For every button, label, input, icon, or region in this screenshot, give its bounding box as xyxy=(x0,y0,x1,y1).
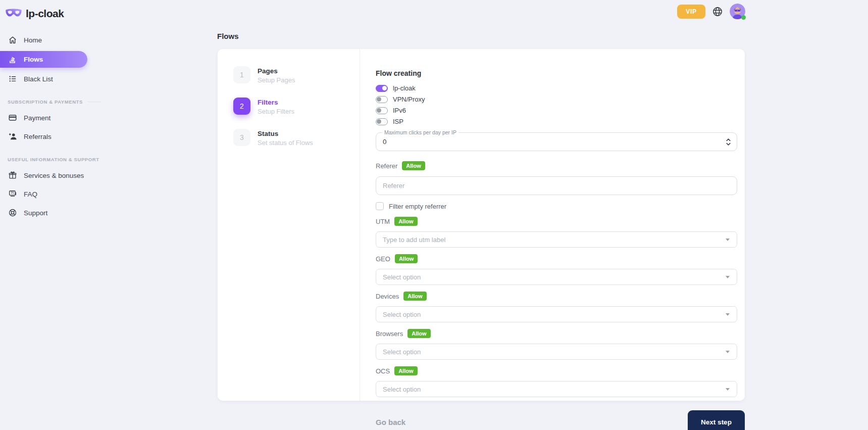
step-subtitle: Setup Filters xyxy=(258,108,294,115)
filter-empty-referrer-checkbox[interactable] xyxy=(376,202,384,210)
browsers-label-row: Browsers Allow xyxy=(376,329,745,338)
utm-input[interactable] xyxy=(376,232,720,247)
flow-card: 1 Pages Setup Pages 2 Filters Setup Filt… xyxy=(218,49,745,401)
isp-toggle[interactable] xyxy=(376,118,388,125)
form-actions: Go back Next step xyxy=(376,410,745,430)
mask-icon xyxy=(5,8,22,20)
sidebar-item-payment[interactable]: Payment xyxy=(0,110,106,125)
home-icon xyxy=(8,35,17,45)
utm-label: UTM xyxy=(376,218,390,225)
referer-label: Referer xyxy=(376,162,397,170)
utm-combo[interactable] xyxy=(376,231,737,248)
referer-label-row: Referer Allow xyxy=(376,161,745,170)
toggle-label: VPN/Proxy xyxy=(393,95,425,103)
section-rule xyxy=(87,102,101,102)
sidebar-item-home[interactable]: Home xyxy=(0,32,106,47)
max-clicks-input[interactable] xyxy=(376,133,719,151)
section-title: USEFUL INFORMATION & SUPPORT xyxy=(8,157,99,162)
chevron-down-icon xyxy=(726,388,730,391)
sidebar-item-services[interactable]: Services & bonuses xyxy=(0,168,106,183)
flow-form: Flow creating lp-cloak VPN/Proxy IPv6 IS… xyxy=(360,49,752,401)
flows-icon xyxy=(8,55,17,64)
lp-cloak-toggle[interactable] xyxy=(376,85,388,92)
chevron-down-icon xyxy=(726,276,730,278)
referer-input[interactable] xyxy=(376,176,737,195)
lifebuoy-icon xyxy=(8,208,17,218)
sidebar-item-label: Services & bonuses xyxy=(24,172,84,179)
step-subtitle: Setup Pages xyxy=(258,76,295,84)
browsers-select[interactable]: Select option xyxy=(376,344,737,360)
next-step-button[interactable]: Next step xyxy=(688,410,745,430)
filter-empty-referrer-row: Filter empty referrer xyxy=(376,202,745,210)
step-pages: 1 Pages Setup Pages xyxy=(218,66,360,84)
topbar: VIP xyxy=(677,4,745,19)
toggle-label: ISP xyxy=(393,118,403,125)
stepper: 1 Pages Setup Pages 2 Filters Setup Filt… xyxy=(218,49,360,401)
toggle-knob xyxy=(377,108,381,113)
select-placeholder: Select option xyxy=(383,273,421,281)
avatar[interactable] xyxy=(730,4,745,19)
devices-label-row: Devices Allow xyxy=(376,292,745,301)
browsers-label: Browsers xyxy=(376,330,403,338)
number-stepper-arrows[interactable] xyxy=(726,137,731,149)
step-title: Pages xyxy=(258,67,295,75)
utm-label-row: UTM Allow xyxy=(376,217,745,226)
sidebar-item-flows[interactable]: Flows xyxy=(0,51,87,68)
step-title: Status xyxy=(258,130,313,137)
sidebar-nav: Home Flows Black List SUBSCRIPTION & PAY… xyxy=(0,32,106,220)
sidebar-section-subscription: SUBSCRIPTION & PAYMENTS xyxy=(0,99,106,105)
geo-select[interactable]: Select option xyxy=(376,269,737,285)
credit-card-icon xyxy=(8,113,17,123)
step-status: 3 Status Set status of Flows xyxy=(218,129,360,147)
chevron-down-icon xyxy=(726,238,730,241)
globe-icon[interactable] xyxy=(711,6,724,18)
sidebar-item-referrals[interactable]: Referrals xyxy=(0,129,106,144)
devices-allow-badge[interactable]: Allow xyxy=(403,292,426,301)
step-number[interactable]: 3 xyxy=(233,129,250,146)
sidebar-item-black-list[interactable]: Black List xyxy=(0,71,106,86)
sidebar-item-label: Flows xyxy=(24,56,43,63)
devices-select[interactable]: Select option xyxy=(376,306,737,322)
toggle-knob xyxy=(377,97,381,102)
sidebar: lp-cloak Home Flows Black List SUBSCRIPT… xyxy=(0,0,106,220)
sidebar-item-label: Black List xyxy=(24,75,53,83)
brand-logo[interactable]: lp-cloak xyxy=(0,0,106,21)
sidebar-item-support[interactable]: Support xyxy=(0,205,106,220)
chevron-down-icon xyxy=(726,351,730,353)
sidebar-item-label: Payment xyxy=(24,114,50,122)
browsers-allow-badge[interactable]: Allow xyxy=(407,329,430,338)
ocs-allow-badge[interactable]: Allow xyxy=(394,366,417,375)
select-placeholder: Select option xyxy=(383,348,421,356)
utm-allow-badge[interactable]: Allow xyxy=(394,217,417,226)
referer-allow-badge[interactable]: Allow xyxy=(402,161,425,170)
ipv6-toggle[interactable] xyxy=(376,107,388,114)
online-status-dot xyxy=(741,15,746,20)
toggle-row-lp-cloak: lp-cloak xyxy=(376,84,745,92)
toggle-label: lp-cloak xyxy=(393,84,416,92)
vpn-proxy-toggle[interactable] xyxy=(376,96,388,103)
brand-name: lp-cloak xyxy=(26,8,64,20)
checkbox-label: Filter empty referrer xyxy=(389,203,446,210)
toggle-knob xyxy=(382,86,387,90)
toggle-row-isp: ISP xyxy=(376,118,745,125)
gift-icon xyxy=(8,171,17,180)
page-title: Flows xyxy=(217,32,239,40)
sidebar-section-support: USEFUL INFORMATION & SUPPORT xyxy=(0,157,106,162)
sidebar-item-faq[interactable]: ?! FAQ xyxy=(0,186,106,202)
sidebar-item-label: Support xyxy=(24,209,47,217)
toggle-label: IPv6 xyxy=(393,107,406,114)
step-number[interactable]: 2 xyxy=(233,98,250,115)
blacklist-icon xyxy=(8,74,17,84)
ocs-select[interactable]: Select option xyxy=(376,381,737,397)
sidebar-item-label: FAQ xyxy=(24,190,37,198)
sidebar-item-label: Home xyxy=(24,36,42,44)
svg-text:?!: ?! xyxy=(11,191,14,195)
geo-label-row: GEO Allow xyxy=(376,254,745,263)
devices-label: Devices xyxy=(376,293,399,300)
geo-allow-badge[interactable]: Allow xyxy=(395,254,418,263)
person-add-icon xyxy=(8,132,17,141)
step-number[interactable]: 1 xyxy=(233,66,250,83)
ocs-label-row: OCS Allow xyxy=(376,366,745,375)
go-back-button[interactable]: Go back xyxy=(376,418,405,426)
vip-button[interactable]: VIP xyxy=(677,5,705,19)
